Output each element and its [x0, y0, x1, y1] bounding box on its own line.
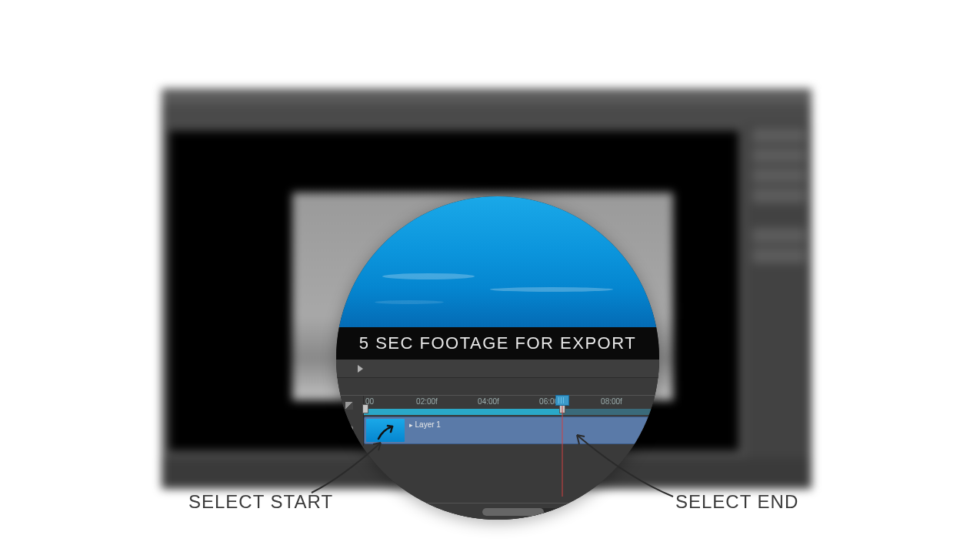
banner: 5 SEC FOOTAGE FOR EXPORT — [336, 327, 659, 360]
workarea-selection[interactable] — [364, 409, 562, 415]
workarea-start-handle[interactable] — [362, 404, 368, 413]
menubar — [162, 104, 812, 121]
clip-label: Layer 1 — [409, 420, 441, 429]
zoom-out-icon[interactable]: ▵ — [367, 508, 371, 517]
timeline-controls-row — [336, 360, 659, 378]
contrast-icon — [345, 402, 353, 410]
arrow-to-start-icon — [304, 435, 396, 497]
titlebar — [162, 89, 812, 104]
ruler-label: 02:00f — [416, 397, 438, 406]
workarea-rest — [562, 409, 659, 415]
playhead-line — [562, 406, 563, 497]
ruler-label: 08:00f — [601, 397, 622, 406]
ruler-label: 04:00f — [478, 397, 499, 406]
arrow-to-end-icon — [565, 427, 681, 500]
timeline-footer: ▵ ▵ — [336, 503, 659, 520]
horizontal-scrollbar[interactable] — [482, 508, 644, 516]
playhead-marker[interactable] — [555, 395, 569, 406]
zoom-slider-knob[interactable] — [387, 507, 395, 515]
zoom-slider[interactable] — [379, 510, 441, 513]
scrollbar-thumb[interactable] — [482, 508, 544, 516]
zoom-in-icon[interactable]: ▵ — [448, 508, 454, 520]
banner-title: 5 SEC FOOTAGE FOR EXPORT — [359, 333, 636, 353]
annotation-select-end: SELECT END — [675, 491, 798, 513]
panels-sidebar — [746, 123, 812, 473]
play-icon[interactable] — [358, 365, 363, 373]
